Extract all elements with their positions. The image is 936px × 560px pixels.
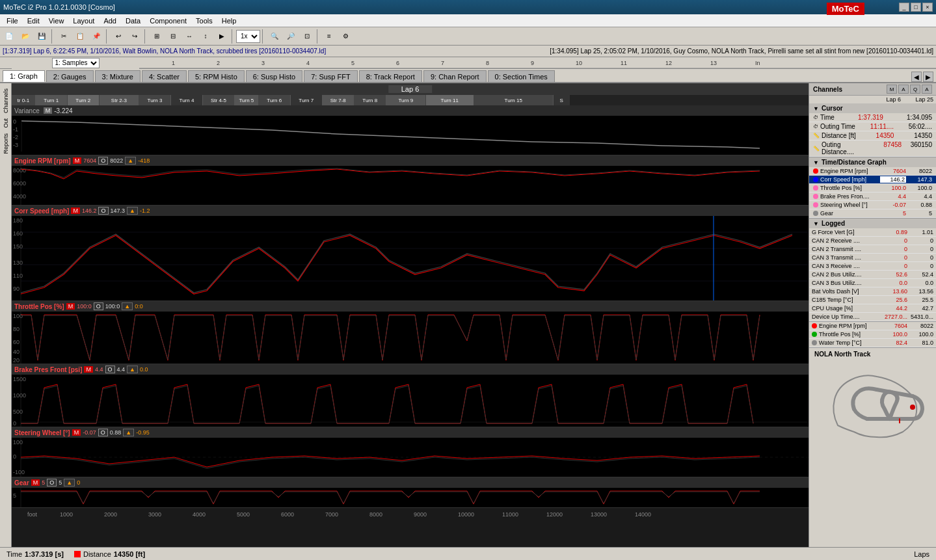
tab-section-times[interactable]: 0: Section Times	[488, 70, 555, 82]
menu-add[interactable]: Add	[100, 15, 120, 27]
sidebar-channels[interactable]: Channels	[1, 86, 10, 116]
svg-text:-3: -3	[13, 142, 18, 148]
ch-icon-a2[interactable]: A	[922, 85, 932, 94]
gear-label-row: Gear M 5 O 5 ▲ 0	[12, 477, 809, 488]
svg-text:7: 7	[441, 60, 444, 66]
close-button[interactable]: ×	[922, 3, 933, 12]
tb-zoom-out[interactable]: 🔎	[283, 29, 299, 44]
tb-zoom-in[interactable]: 🔍	[267, 29, 282, 44]
ch-icon-a[interactable]: A	[898, 85, 909, 94]
td-rpm-val2: 8022	[906, 168, 932, 174]
charts-container[interactable]: Variance M -3.224 0 -1 -2 -3	[12, 105, 809, 547]
menu-layout[interactable]: Layout	[69, 15, 98, 27]
ruler-ticks-area: 1 2 3 4 5 6 7 8 9 10 11 12 13 In	[139, 57, 936, 69]
td-rpm-dot	[813, 168, 818, 174]
tb-btn5[interactable]: ▶	[214, 29, 230, 44]
tab-scatter[interactable]: 4: Scatter	[142, 70, 187, 82]
tab-gauges[interactable]: 2: Gauges	[46, 70, 94, 82]
throttle-o-val: 100:0	[105, 303, 120, 310]
sidebar-reports[interactable]: Reports	[1, 131, 10, 157]
throttle-m-badge: M	[66, 303, 75, 310]
corr-speed-plot[interactable]: 180 160 150 130 110 90	[12, 216, 809, 300]
tb-open[interactable]: 📂	[18, 29, 33, 44]
tab-next[interactable]: ▶	[923, 72, 933, 82]
lg-can3tx-v2: 0	[907, 254, 933, 261]
tb-btn4[interactable]: ↕	[198, 29, 213, 44]
brake-m-val: 4.4	[95, 366, 103, 373]
cursor-dist-row: 📏 Distance [ft] 14350 14350	[809, 131, 936, 140]
td-gear-val1: 5	[880, 210, 906, 217]
steering-o-badge: O	[98, 429, 108, 436]
distance-label: Distance	[83, 550, 111, 558]
menu-data[interactable]: Data	[122, 15, 144, 27]
window-controls[interactable]: _ □ ×	[899, 3, 933, 12]
minimize-button[interactable]: _	[899, 3, 909, 12]
tab-prev[interactable]: ◀	[911, 72, 922, 82]
tab-susp-fft[interactable]: 7: Susp FFT	[304, 70, 358, 82]
brake-plot[interactable]: 1500 1000 500 0	[12, 375, 809, 427]
channel-throttle-pos: Throttle Pos [%] M 100:0 O 100:0 ▲ 0:0 1…	[12, 301, 809, 364]
tb-paste[interactable]: 📌	[88, 29, 104, 44]
svg-text:3: 3	[261, 60, 265, 66]
tb-zoom-fit[interactable]: ⊡	[299, 29, 315, 44]
car-marker	[910, 405, 915, 410]
menu-file[interactable]: File	[3, 15, 22, 27]
steering-plot[interactable]: 100 0 -100	[12, 438, 809, 477]
motec-logo: MoTeC	[827, 3, 864, 15]
extra-throttle-row: Throttle Pos [%] 100.0 100.0	[809, 330, 936, 339]
engine-rpm-plot[interactable]: 8000 6000 4000	[12, 166, 809, 205]
tb-channels[interactable]: ≡	[321, 29, 337, 44]
brake-m-badge: M	[84, 366, 93, 373]
time-label: Time	[7, 550, 22, 558]
throttle-name: Throttle Pos [%]	[14, 303, 64, 310]
cursor-odist-row: 📏 Outing Distance.... 87458 360150	[809, 140, 936, 157]
tb-btn3[interactable]: ↔	[181, 29, 197, 44]
cursor-section: ▼ Cursor ⏱ Time 1:37.319 1:34.095 ⏱ Outi…	[809, 103, 936, 157]
sidebar-out[interactable]: Out	[1, 116, 10, 131]
tab-mixture[interactable]: 3: Mixture	[95, 70, 140, 82]
ch-icon-m[interactable]: M	[887, 85, 897, 94]
maximize-button[interactable]: □	[911, 3, 921, 12]
extra-throttle-v1: 100.0	[881, 331, 907, 338]
tb-new[interactable]: 📄	[1, 29, 17, 44]
tb-btn1[interactable]: ⊞	[149, 29, 165, 44]
extra-throttle-v2: 100.0	[907, 331, 933, 338]
zoom-dropdown[interactable]: 1x2x4x	[236, 30, 260, 43]
track-map-svg	[812, 360, 931, 445]
menu-tools[interactable]: Tools	[192, 15, 217, 27]
engine-rpm-label-row: Engine RPM [rpm] M 7604 O 8022 ▲ -418	[12, 155, 809, 166]
channel-mode-select[interactable]: 1: Samples	[52, 58, 100, 68]
tb-btn2[interactable]: ⊟	[165, 29, 181, 44]
menu-edit[interactable]: Edit	[23, 15, 44, 27]
sector-str78: Str 7-8	[323, 95, 354, 105]
tb-redo[interactable]: ↪	[127, 29, 142, 44]
tb-save[interactable]: 💾	[34, 29, 49, 44]
tb-undo[interactable]: ↩	[111, 29, 126, 44]
tab-susp-histo[interactable]: 6: Susp Histo	[246, 70, 302, 82]
menu-view[interactable]: View	[45, 15, 68, 27]
extra-water-v2: 81.0	[907, 340, 933, 346]
sector-turn9: Turn 9	[386, 95, 426, 105]
gear-plot[interactable]: 5	[12, 488, 809, 507]
brake-d-val: 0.0	[140, 366, 148, 373]
menu-help[interactable]: Help	[218, 15, 241, 27]
svg-text:-1: -1	[13, 126, 18, 133]
throttle-plot[interactable]: 100 80 60 40 20	[12, 312, 809, 364]
chart-area[interactable]: Lap 6 tr 0-1 Turn 1 Turn 2 Str 2-3 Turn …	[12, 83, 809, 547]
tb-settings[interactable]: ⚙	[338, 29, 353, 44]
tb-cut[interactable]: ✂	[56, 29, 72, 44]
cursor-time-val2: 1:34.095	[900, 114, 932, 121]
tb-sep4	[232, 29, 234, 44]
ch-icon-q[interactable]: Q	[910, 85, 920, 94]
tab-rpm-histo[interactable]: 5: RPM Histo	[188, 70, 245, 82]
menu-component[interactable]: Component	[146, 15, 191, 27]
tb-copy[interactable]: 📋	[72, 29, 88, 44]
tab-chan-report[interactable]: 9: Chan Report	[423, 70, 487, 82]
tab-track-report[interactable]: 8: Track Report	[359, 70, 422, 82]
channel-gear: Gear M 5 O 5 ▲ 0 5	[12, 477, 809, 508]
red-indicator	[74, 551, 81, 557]
variance-plot[interactable]: 0 -1 -2 -3	[12, 116, 809, 155]
extra-throttle-label: Throttle Pos [%]	[812, 331, 881, 338]
td-gear-row: Gear 5 5	[809, 209, 936, 218]
tab-graph[interactable]: 1: Graph	[3, 70, 45, 82]
